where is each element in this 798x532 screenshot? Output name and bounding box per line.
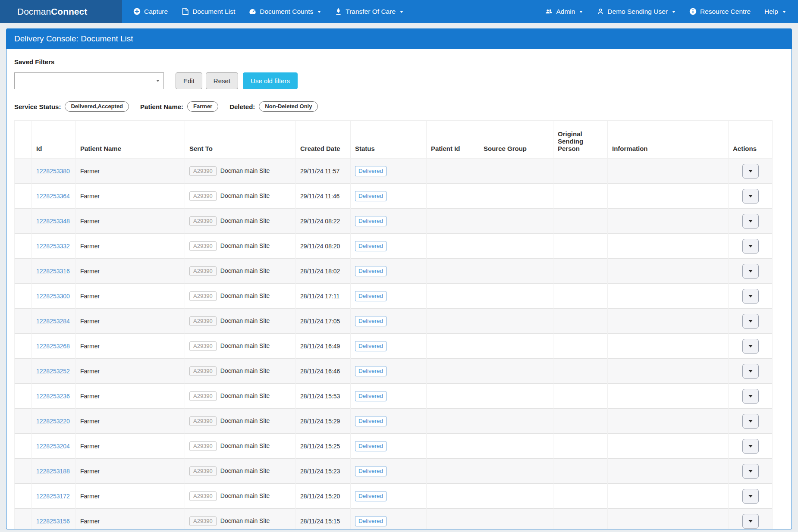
select-caret-box[interactable]	[152, 73, 163, 89]
sent-to-site-label: Docman main Site	[220, 392, 270, 399]
created-date-cell: 28/11/24 16:49	[296, 334, 351, 359]
table-row: 1228253380FarmerA29390Docman main Site29…	[15, 159, 773, 184]
document-id-link[interactable]: 1228253172	[36, 493, 70, 500]
original-sending-person-cell	[553, 409, 608, 434]
document-id-link[interactable]: 1228253364	[36, 193, 70, 200]
filter-group-service-status: Service Status: Delivered,Accepted	[14, 101, 129, 112]
caret-down-icon	[748, 520, 753, 523]
row-actions-button[interactable]	[742, 464, 759, 479]
document-id-link[interactable]: 1228253268	[36, 343, 70, 350]
sent-to-code-badge: A29390	[189, 391, 217, 401]
nav-item-document-list[interactable]: Document List	[175, 0, 242, 23]
row-actions-button[interactable]	[742, 164, 759, 178]
nav-item-admin[interactable]: Admin	[538, 0, 590, 23]
edit-button[interactable]: Edit	[176, 72, 202, 89]
created-date-cell: 28/11/24 15:29	[296, 409, 351, 434]
row-spacer-cell	[15, 409, 32, 434]
caret-down-icon	[748, 495, 753, 498]
row-actions-button[interactable]	[742, 414, 759, 429]
caret-down-icon	[156, 80, 160, 82]
document-id-link[interactable]: 1228253156	[36, 518, 70, 525]
document-id-link[interactable]: 1228253204	[36, 443, 70, 450]
document-id-link[interactable]: 1228253252	[36, 368, 70, 375]
created-date-cell: 28/11/24 17:11	[296, 284, 351, 309]
row-actions-button[interactable]	[742, 264, 759, 279]
column-header-original-sending-person: Original Sending Person	[553, 121, 608, 159]
id-cell: 1228253316	[32, 259, 76, 284]
users-icon	[545, 8, 553, 15]
reset-button[interactable]: Reset	[206, 72, 238, 89]
status-badge: Delivered	[355, 491, 386, 501]
use-old-filters-button[interactable]: Use old filters	[243, 72, 298, 89]
status-badge: Delivered	[355, 191, 386, 201]
id-cell: 1228253188	[32, 459, 76, 484]
status-cell: Delivered	[351, 409, 427, 434]
original-sending-person-cell	[553, 184, 608, 209]
nav-item-resource-centre[interactable]: Resource Centre	[682, 0, 757, 23]
row-actions-button[interactable]	[742, 214, 759, 228]
nav-item-capture[interactable]: Capture	[126, 0, 175, 23]
document-id-link[interactable]: 1228253220	[36, 418, 70, 425]
actions-cell	[729, 484, 773, 509]
row-actions-button[interactable]	[742, 364, 759, 379]
saved-filters-select[interactable]	[14, 72, 164, 89]
row-actions-button[interactable]	[742, 389, 759, 404]
row-actions-button[interactable]	[742, 439, 759, 454]
row-actions-button[interactable]	[742, 289, 759, 304]
id-cell: 1228253300	[32, 284, 76, 309]
caret-down-icon	[748, 420, 753, 422]
document-id-link[interactable]: 1228253300	[36, 293, 70, 300]
column-header-actions: Actions	[729, 121, 773, 159]
row-actions-button[interactable]	[742, 189, 759, 203]
filter-label: Patient Name:	[140, 103, 183, 110]
nav-item-document-counts[interactable]: Document Counts	[242, 0, 328, 23]
document-id-link[interactable]: 1228253380	[36, 168, 70, 175]
information-cell	[608, 209, 729, 234]
row-actions-button[interactable]	[742, 514, 759, 529]
source-group-cell	[479, 234, 553, 259]
row-actions-button[interactable]	[742, 239, 759, 253]
nav-item-transfer-of-care[interactable]: Transfer Of Care	[328, 0, 410, 23]
document-id-link[interactable]: 1228253348	[36, 218, 70, 225]
sent-to-code-badge: A29390	[189, 291, 217, 301]
document-id-link[interactable]: 1228253236	[36, 393, 70, 400]
patient-name-cell: Farmer	[76, 484, 185, 509]
table-body: 1228253380FarmerA29390Docman main Site29…	[15, 159, 773, 530]
user-menu[interactable]: Demo Sending User	[590, 0, 682, 23]
id-cell: 1228253364	[32, 184, 76, 209]
status-badge: Delivered	[355, 366, 386, 376]
status-cell: Delivered	[351, 359, 427, 384]
document-id-link[interactable]: 1228253316	[36, 268, 70, 275]
id-cell: 1228253236	[32, 384, 76, 409]
document-id-link[interactable]: 1228253332	[36, 243, 70, 250]
nav-item-help[interactable]: Help	[757, 0, 793, 23]
sent-to-site-label: Docman main Site	[220, 467, 270, 474]
row-actions-button[interactable]	[742, 489, 759, 504]
row-spacer-cell	[15, 209, 32, 234]
caret-down-icon	[748, 220, 753, 222]
original-sending-person-cell	[553, 334, 608, 359]
source-group-cell	[479, 184, 553, 209]
document-id-link[interactable]: 1228253188	[36, 468, 70, 475]
created-date-cell: 28/11/24 15:23	[296, 459, 351, 484]
patient-id-cell	[427, 284, 479, 309]
patient-name-cell: Farmer	[76, 209, 185, 234]
brand-name-regular: Docman	[17, 6, 51, 17]
original-sending-person-cell	[553, 309, 608, 334]
row-actions-button[interactable]	[742, 314, 759, 329]
column-header-status: Status	[351, 121, 427, 159]
actions-cell	[729, 384, 773, 409]
status-cell: Delivered	[351, 334, 427, 359]
document-id-link[interactable]: 1228253284	[36, 318, 70, 325]
table-row: 1228253364FarmerA29390Docman main Site29…	[15, 184, 773, 209]
row-actions-button[interactable]	[742, 339, 759, 354]
pen-nib-icon	[335, 8, 342, 15]
table-row: 1228253348FarmerA29390Docman main Site29…	[15, 209, 773, 234]
status-cell: Delivered	[351, 484, 427, 509]
row-spacer-cell	[15, 484, 32, 509]
patient-name-cell: Farmer	[76, 284, 185, 309]
patient-id-cell	[427, 484, 479, 509]
created-date-cell: 28/11/24 17:05	[296, 309, 351, 334]
patient-name-cell: Farmer	[76, 259, 185, 284]
brand-logo[interactable]: DocmanConnect	[0, 0, 122, 23]
